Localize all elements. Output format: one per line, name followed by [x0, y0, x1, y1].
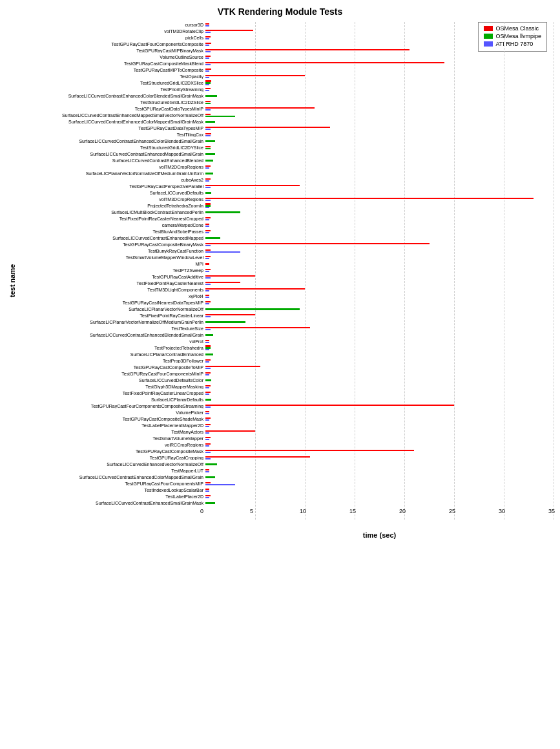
- bars-wrapper: [205, 87, 554, 92]
- bar-osmesa-llvmpipe: [205, 153, 215, 155]
- table-row: VolumeOutlineSource: [18, 54, 554, 60]
- table-row: volTM3DCropRegions: [18, 196, 554, 202]
- bar-group: [205, 171, 554, 176]
- table-row: volTM2DCropRegions: [18, 164, 554, 170]
- bar-ati-rhd: [205, 32, 211, 34]
- bars-wrapper: [205, 242, 554, 248]
- table-row: TestGPURayCastPerspectiveParallel: [18, 184, 554, 189]
- table-row: TestGPURayCastFourComponentsComposite: [18, 41, 554, 47]
- table-row: SurfaceLICPlanarVectorNormalizeOffMedium…: [18, 319, 554, 325]
- bars-wrapper: [205, 255, 554, 260]
- bar-ati-rhd: [205, 129, 211, 131]
- bars-wrapper: [205, 216, 554, 222]
- bar-osmesa-llvmpipe: [205, 476, 215, 478]
- bar-group: [205, 61, 554, 67]
- table-row: TestFixedPointRayCasterNearestCropped: [18, 216, 554, 222]
- bar-group: [205, 74, 554, 79]
- test-label: TestOpacity: [18, 74, 205, 79]
- table-row: TestManyActors: [18, 429, 554, 435]
- bar-group: [205, 500, 554, 506]
- bar-osmesa-llvmpipe: [205, 502, 215, 504]
- test-label: SurfaceLICCurvedContrastEnhancedColorMap…: [18, 120, 205, 124]
- bars-wrapper: [205, 319, 554, 325]
- bar-osmesa-llvmpipe: [205, 353, 213, 355]
- test-label: TestLabelPlacer2D: [18, 494, 205, 499]
- bar-ati-rhd: [205, 90, 209, 92]
- test-label: TestGPURayCastNearestDataTypesMIP: [18, 301, 205, 305]
- bar-ati-rhd: [205, 58, 209, 59]
- bar-osmesa-classic: [205, 314, 255, 316]
- bar-group: [205, 448, 554, 454]
- bar-ati-rhd: [205, 84, 209, 86]
- table-row: SurfaceLICCurvedContrastEnhancedBlended: [18, 158, 554, 164]
- bars-wrapper: [205, 196, 554, 202]
- bars-wrapper: [205, 461, 554, 467]
- test-label: SurfaceLICMultiBlockContrastEnhancedPerl…: [18, 210, 205, 215]
- table-row: SurfaceLICCurvedContrastEnhancedMappedSm…: [18, 151, 554, 157]
- test-label: TestManyActors: [18, 430, 205, 434]
- test-label: TestGPURayCastCompositeMask: [18, 449, 205, 454]
- bar-osmesa-classic: [205, 327, 310, 329]
- bar-group: [205, 145, 554, 151]
- bar-group: [205, 125, 554, 131]
- bar-group: [205, 177, 554, 183]
- test-label: volProt: [18, 339, 205, 344]
- bar-ati-rhd: [205, 70, 209, 72]
- bars-wrapper: [205, 125, 554, 131]
- bar-ati-rhd: [205, 38, 209, 40]
- bars-wrapper: [205, 61, 554, 67]
- bar-osmesa-llvmpipe: [205, 321, 245, 323]
- test-label: TestGPURayCastCompositeBinaryMask: [18, 242, 205, 247]
- table-row: TestGPURayCastFourComponentsMIP: [18, 481, 554, 487]
- bars-wrapper: [205, 287, 554, 293]
- table-row: ProjectedTetrahedraZoomIn: [18, 203, 554, 209]
- bars-wrapper: [205, 184, 554, 189]
- chart-container: VTK Rendering Module Tests test name OSM…: [0, 0, 560, 565]
- bar-osmesa-llvmpipe: [205, 379, 211, 381]
- bar-ati-rhd: [205, 342, 209, 344]
- table-row: TestGPURayCastFourComponentsCompositeStr…: [18, 403, 554, 409]
- bar-group: [205, 293, 554, 299]
- table-row: SurfaceLICCurvedContrastEnhancedColorMap…: [18, 119, 554, 125]
- x-axis-container: 05101520253035: [205, 507, 554, 520]
- bars-wrapper: [205, 280, 554, 286]
- bar-group: [205, 41, 554, 47]
- bars-wrapper: [205, 41, 554, 47]
- x-tick-label: 30: [499, 508, 505, 514]
- table-row: TestGPURayCastMIPToComposite: [18, 67, 554, 73]
- bar-osmesa-llvmpipe: [205, 211, 240, 213]
- bar-group: [205, 100, 554, 105]
- bar-osmesa-classic: [205, 75, 305, 77]
- table-row: TestGPURayCastCompositeToMIP: [18, 364, 554, 370]
- bar-group: [205, 22, 554, 28]
- test-label: TestGPURayCastMIPBinaryMask: [18, 48, 205, 53]
- bars-wrapper: [205, 229, 554, 235]
- bar-ati-rhd: [205, 51, 211, 53]
- test-label: TestGPURayCastFourComponentsMinIP: [18, 372, 205, 376]
- bar-osmesa-llvmpipe: [205, 334, 213, 336]
- bar-group: [205, 87, 554, 92]
- bar-ati-rhd: [205, 471, 209, 473]
- table-row: cubeAxes2: [18, 177, 554, 183]
- bar-group: [205, 132, 554, 138]
- table-row: TestGPURayCastCompositeBinaryMask: [18, 242, 554, 248]
- table-row: TestGPURayCastCompositeMaskBlend: [18, 61, 554, 67]
- bars-wrapper: [205, 35, 554, 41]
- x-tick-label: 35: [548, 508, 555, 514]
- bar-ati-rhd: [205, 271, 209, 273]
- bar-osmesa-classic: [205, 62, 444, 64]
- bar-group: [205, 190, 554, 196]
- bar-ati-rhd: [205, 109, 211, 111]
- test-label: TestGPURayCastAdditive: [18, 275, 205, 279]
- table-row: TestTM3DLightComponents: [18, 287, 554, 293]
- bar-ati-rhd: [205, 207, 209, 209]
- test-label: TestGPURayCastCompositeShadeMask: [18, 417, 205, 421]
- bar-group: [205, 274, 554, 280]
- test-label: TestGPURayCastPerspectiveParallel: [18, 184, 205, 189]
- bar-group: [205, 474, 554, 480]
- bar-osmesa-llvmpipe: [205, 463, 217, 465]
- bars-wrapper: [205, 151, 554, 157]
- table-row: TestFixedPointRayCasterLinear: [18, 313, 554, 319]
- test-label: TestTextureSize: [18, 326, 205, 331]
- test-label: SurfaceLICCurvedEnhancedVectorNormalizeO…: [18, 462, 205, 467]
